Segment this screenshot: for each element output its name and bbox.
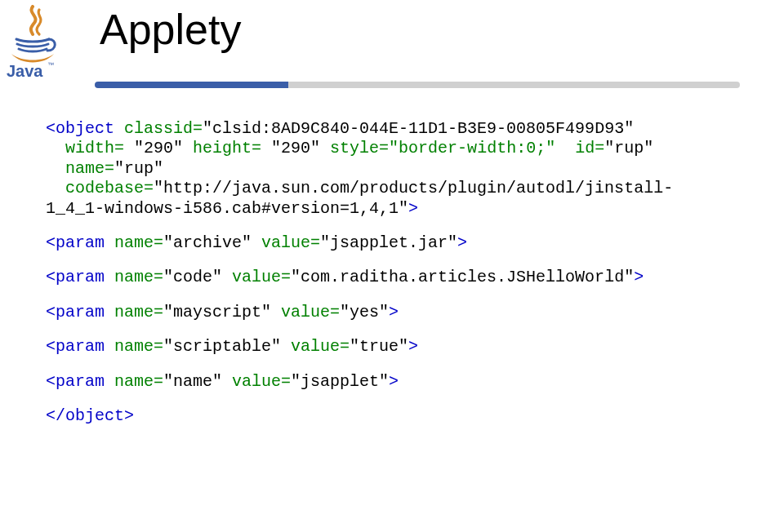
attr-classid: classid= (114, 119, 203, 138)
java-logo-text: Java (7, 62, 43, 80)
attr-width: width= (46, 139, 134, 157)
tag-object-end: </object> (46, 406, 134, 425)
val-id: "rup" (604, 139, 653, 157)
val-codebase-line1: "http://java.sun.com/products/plugin/aut… (154, 179, 673, 197)
slide: Java ™ Applety <object classid="clsid:8A… (0, 0, 784, 532)
attr-p3-value: value= (271, 303, 340, 321)
attr-name: name= (46, 159, 114, 178)
val-height: "290" (271, 139, 320, 157)
val-p4-value: "true" (350, 337, 408, 356)
tag-p4-close: > (408, 337, 418, 356)
attr-p2-value: value= (222, 268, 291, 286)
val-p3-name: "mayscript" (163, 303, 271, 321)
tag-p1-close: > (457, 233, 467, 252)
val-p4-name: "scriptable" (163, 337, 281, 356)
attr-p4-value: value= (281, 337, 350, 356)
attr-p1-name: name= (105, 233, 163, 252)
attr-p5-value: value= (222, 372, 291, 391)
title-underline (95, 82, 740, 88)
tag-p2-close: > (634, 268, 644, 286)
val-name: "rup" (114, 159, 163, 178)
val-codebase-line2: 1_4_1-windows-i586.cab#version=1,4,1" (46, 199, 408, 218)
val-p1-value: "jsapplet.jar" (320, 233, 457, 252)
page-title: Applety (100, 5, 241, 54)
attr-p4-name: name= (105, 337, 163, 356)
java-logo-icon: Java ™ (5, 5, 60, 80)
val-classid: "clsid:8AD9C840-044E-11D1-B3E9-00805F499… (203, 119, 634, 138)
val-p5-name: "name" (163, 372, 222, 391)
attr-style-id: style="border-width:0;" id= (320, 139, 604, 157)
tag-object-open: <object (46, 119, 114, 138)
tag-param2: <param (46, 268, 105, 286)
attr-p1-value: value= (252, 233, 320, 252)
tag-object-close-bracket: > (408, 199, 418, 218)
java-logo-tm: ™ (47, 61, 54, 69)
attr-p3-name: name= (105, 303, 163, 321)
tag-param4: <param (46, 337, 105, 356)
val-p3-value: "yes" (340, 303, 389, 321)
val-p2-name: "code" (163, 268, 222, 286)
attr-height: height= (183, 139, 271, 157)
val-p1-name: "archive" (163, 233, 252, 252)
val-p5-value: "jsapplet" (291, 372, 389, 391)
tag-param1: <param (46, 233, 105, 252)
attr-p5-name: name= (105, 372, 163, 391)
tag-p3-close: > (389, 303, 399, 321)
attr-p2-name: name= (105, 268, 163, 286)
val-p2-value: "com.raditha.articles.JSHelloWorld" (291, 268, 634, 286)
val-width: "290" (134, 139, 183, 157)
tag-param3: <param (46, 303, 105, 321)
code-block: <object classid="clsid:8AD9C840-044E-11D… (46, 119, 753, 426)
tag-param5: <param (46, 372, 105, 391)
attr-codebase: codebase= (46, 179, 154, 197)
tag-p5-close: > (389, 372, 399, 391)
